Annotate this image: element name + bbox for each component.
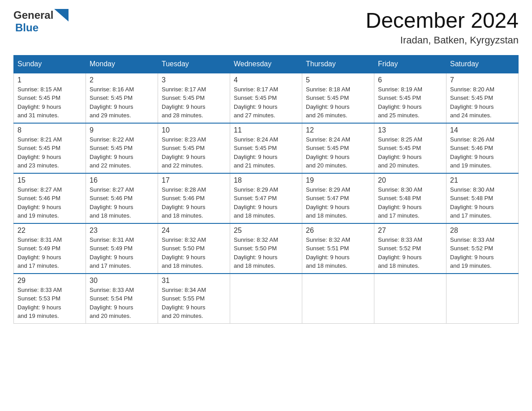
calendar-cell: 13Sunrise: 8:25 AMSunset: 5:45 PMDayligh… — [374, 123, 446, 173]
calendar-cell: 20Sunrise: 8:30 AMSunset: 5:48 PMDayligh… — [374, 173, 446, 223]
day-number: 13 — [378, 126, 442, 134]
calendar-header-row: Sunday Monday Tuesday Wednesday Thursday… — [14, 55, 519, 73]
col-tuesday: Tuesday — [158, 55, 230, 73]
day-number: 18 — [234, 176, 298, 184]
col-thursday: Thursday — [302, 55, 374, 73]
day-number: 12 — [306, 126, 370, 134]
day-info: Sunrise: 8:24 AMSunset: 5:45 PMDaylight:… — [234, 135, 298, 170]
calendar-cell: 3Sunrise: 8:17 AMSunset: 5:45 PMDaylight… — [158, 73, 230, 123]
svg-marker-0 — [54, 9, 69, 21]
calendar-week-row: 22Sunrise: 8:31 AMSunset: 5:49 PMDayligh… — [14, 223, 519, 274]
day-info: Sunrise: 8:33 AMSunset: 5:54 PMDaylight:… — [90, 286, 154, 321]
calendar-cell: 21Sunrise: 8:30 AMSunset: 5:48 PMDayligh… — [446, 173, 519, 223]
day-number: 4 — [234, 76, 298, 84]
day-info: Sunrise: 8:19 AMSunset: 5:45 PMDaylight:… — [378, 85, 442, 120]
day-info: Sunrise: 8:17 AMSunset: 5:45 PMDaylight:… — [162, 85, 226, 120]
day-info: Sunrise: 8:31 AMSunset: 5:49 PMDaylight:… — [17, 235, 82, 270]
logo-general-text: General — [13, 9, 53, 21]
calendar-cell — [302, 274, 374, 324]
day-info: Sunrise: 8:30 AMSunset: 5:48 PMDaylight:… — [378, 185, 442, 220]
calendar-cell: 1Sunrise: 8:15 AMSunset: 5:45 PMDaylight… — [14, 73, 86, 123]
day-number: 22 — [17, 227, 82, 235]
calendar-cell: 2Sunrise: 8:16 AMSunset: 5:45 PMDaylight… — [86, 73, 158, 123]
calendar-table: Sunday Monday Tuesday Wednesday Thursday… — [13, 55, 519, 324]
day-info: Sunrise: 8:15 AMSunset: 5:45 PMDaylight:… — [17, 85, 82, 120]
calendar-cell: 8Sunrise: 8:21 AMSunset: 5:45 PMDaylight… — [14, 123, 86, 173]
day-info: Sunrise: 8:32 AMSunset: 5:50 PMDaylight:… — [162, 235, 226, 270]
calendar-cell: 9Sunrise: 8:22 AMSunset: 5:45 PMDaylight… — [86, 123, 158, 173]
day-info: Sunrise: 8:20 AMSunset: 5:45 PMDaylight:… — [450, 85, 515, 120]
col-friday: Friday — [374, 55, 446, 73]
day-info: Sunrise: 8:23 AMSunset: 5:45 PMDaylight:… — [162, 135, 226, 170]
day-number: 26 — [306, 227, 370, 235]
calendar-cell: 14Sunrise: 8:26 AMSunset: 5:46 PMDayligh… — [446, 123, 519, 173]
col-monday: Monday — [86, 55, 158, 73]
calendar-cell: 4Sunrise: 8:17 AMSunset: 5:45 PMDaylight… — [230, 73, 302, 123]
col-wednesday: Wednesday — [230, 55, 302, 73]
calendar-cell: 31Sunrise: 8:34 AMSunset: 5:55 PMDayligh… — [158, 274, 230, 324]
day-number: 31 — [162, 277, 226, 285]
day-number: 10 — [162, 126, 226, 134]
day-number: 29 — [17, 277, 82, 285]
day-info: Sunrise: 8:31 AMSunset: 5:49 PMDaylight:… — [90, 235, 154, 270]
day-info: Sunrise: 8:29 AMSunset: 5:47 PMDaylight:… — [306, 185, 370, 220]
calendar-week-row: 15Sunrise: 8:27 AMSunset: 5:46 PMDayligh… — [14, 173, 519, 223]
day-info: Sunrise: 8:27 AMSunset: 5:46 PMDaylight:… — [90, 185, 154, 220]
day-number: 7 — [450, 76, 515, 84]
calendar-week-row: 8Sunrise: 8:21 AMSunset: 5:45 PMDaylight… — [14, 123, 519, 173]
day-info: Sunrise: 8:17 AMSunset: 5:45 PMDaylight:… — [234, 85, 298, 120]
day-info: Sunrise: 8:26 AMSunset: 5:46 PMDaylight:… — [450, 135, 515, 170]
logo-blue-text: Blue — [15, 21, 39, 34]
day-info: Sunrise: 8:16 AMSunset: 5:45 PMDaylight:… — [90, 85, 154, 120]
day-number: 11 — [234, 126, 298, 134]
day-info: Sunrise: 8:30 AMSunset: 5:48 PMDaylight:… — [450, 185, 515, 220]
day-info: Sunrise: 8:32 AMSunset: 5:50 PMDaylight:… — [234, 235, 298, 270]
day-number: 9 — [90, 126, 154, 134]
day-info: Sunrise: 8:21 AMSunset: 5:45 PMDaylight:… — [17, 135, 82, 170]
calendar-cell: 7Sunrise: 8:20 AMSunset: 5:45 PMDaylight… — [446, 73, 519, 123]
day-number: 6 — [378, 76, 442, 84]
day-info: Sunrise: 8:33 AMSunset: 5:52 PMDaylight:… — [378, 235, 442, 270]
day-info: Sunrise: 8:22 AMSunset: 5:45 PMDaylight:… — [90, 135, 154, 170]
day-number: 8 — [17, 126, 82, 134]
calendar-week-row: 29Sunrise: 8:33 AMSunset: 5:53 PMDayligh… — [14, 274, 519, 324]
calendar-cell: 25Sunrise: 8:32 AMSunset: 5:50 PMDayligh… — [230, 223, 302, 274]
day-number: 15 — [17, 176, 82, 184]
calendar-week-row: 1Sunrise: 8:15 AMSunset: 5:45 PMDaylight… — [14, 73, 519, 123]
day-number: 28 — [450, 227, 515, 235]
calendar-cell: 6Sunrise: 8:19 AMSunset: 5:45 PMDaylight… — [374, 73, 446, 123]
day-number: 5 — [306, 76, 370, 84]
day-info: Sunrise: 8:33 AMSunset: 5:52 PMDaylight:… — [450, 235, 515, 270]
day-number: 2 — [90, 76, 154, 84]
day-number: 19 — [306, 176, 370, 184]
calendar-cell: 23Sunrise: 8:31 AMSunset: 5:49 PMDayligh… — [86, 223, 158, 274]
calendar-cell: 22Sunrise: 8:31 AMSunset: 5:49 PMDayligh… — [14, 223, 86, 274]
calendar-cell — [374, 274, 446, 324]
calendar-cell: 15Sunrise: 8:27 AMSunset: 5:46 PMDayligh… — [14, 173, 86, 223]
calendar-cell: 18Sunrise: 8:29 AMSunset: 5:47 PMDayligh… — [230, 173, 302, 223]
day-number: 21 — [450, 176, 515, 184]
calendar-cell: 24Sunrise: 8:32 AMSunset: 5:50 PMDayligh… — [158, 223, 230, 274]
calendar-cell — [446, 274, 519, 324]
calendar-cell — [230, 274, 302, 324]
calendar-cell: 10Sunrise: 8:23 AMSunset: 5:45 PMDayligh… — [158, 123, 230, 173]
calendar-cell: 5Sunrise: 8:18 AMSunset: 5:45 PMDaylight… — [302, 73, 374, 123]
day-number: 3 — [162, 76, 226, 84]
logo: General Blue — [13, 9, 69, 34]
day-number: 23 — [90, 227, 154, 235]
day-info: Sunrise: 8:28 AMSunset: 5:46 PMDaylight:… — [162, 185, 226, 220]
logo-triangle-icon — [54, 9, 69, 21]
day-number: 30 — [90, 277, 154, 285]
day-number: 24 — [162, 227, 226, 235]
day-info: Sunrise: 8:27 AMSunset: 5:46 PMDaylight:… — [17, 185, 82, 220]
day-number: 25 — [234, 227, 298, 235]
day-number: 20 — [378, 176, 442, 184]
calendar-cell: 11Sunrise: 8:24 AMSunset: 5:45 PMDayligh… — [230, 123, 302, 173]
day-info: Sunrise: 8:18 AMSunset: 5:45 PMDaylight:… — [306, 85, 370, 120]
calendar-cell: 16Sunrise: 8:27 AMSunset: 5:46 PMDayligh… — [86, 173, 158, 223]
day-number: 17 — [162, 176, 226, 184]
day-info: Sunrise: 8:34 AMSunset: 5:55 PMDaylight:… — [162, 286, 226, 321]
day-info: Sunrise: 8:32 AMSunset: 5:51 PMDaylight:… — [306, 235, 370, 270]
day-info: Sunrise: 8:25 AMSunset: 5:45 PMDaylight:… — [378, 135, 442, 170]
day-info: Sunrise: 8:33 AMSunset: 5:53 PMDaylight:… — [17, 286, 82, 321]
